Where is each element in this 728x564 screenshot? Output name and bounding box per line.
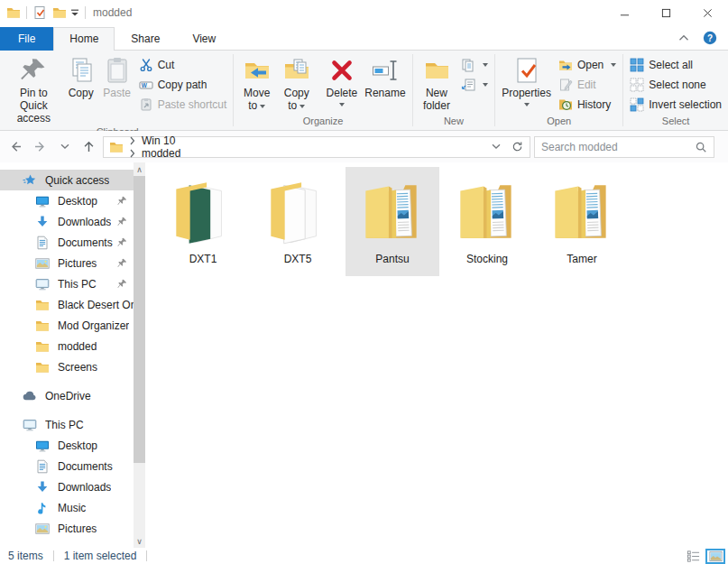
sidebar-items: Quick access Desktop Downloads Documents <box>0 162 134 548</box>
details-view-button[interactable] <box>683 549 703 564</box>
downloads-icon <box>35 480 50 495</box>
cut-button[interactable]: Cut <box>135 55 231 75</box>
new-folder-icon <box>422 56 451 85</box>
group-open: Properties Open Edit History <box>495 51 622 130</box>
easy-access-icon <box>461 78 475 92</box>
copy-icon <box>67 56 96 85</box>
group-label-organize: Organize <box>234 116 411 130</box>
folder-tile[interactable]: Pantsu <box>346 167 439 276</box>
sidebar-item[interactable]: modded <box>0 336 134 356</box>
file-list: DXT1 DXT5 Pantsu Stocking Tamer <box>145 162 728 548</box>
rename-icon <box>371 56 400 85</box>
paste-button[interactable]: Paste <box>99 54 135 102</box>
paste-shortcut-icon <box>139 97 153 112</box>
properties-icon[interactable] <box>32 5 47 20</box>
sidebar-item[interactable]: Quick access <box>0 170 134 190</box>
desktop-icon <box>35 194 50 208</box>
folder-docs-icon <box>543 170 621 251</box>
sidebar-item[interactable]: Black Desert Onl <box>0 294 134 315</box>
new-folder-icon[interactable] <box>52 5 67 20</box>
folder-tile[interactable]: Tamer <box>535 167 629 276</box>
customize-toolbar-icon[interactable] <box>70 9 79 17</box>
sidebar-item[interactable]: Documents <box>0 232 134 253</box>
sidebar-item[interactable]: Downloads <box>0 211 134 232</box>
sidebar-item[interactable]: Pictures <box>0 253 134 273</box>
refresh-button[interactable] <box>506 137 528 157</box>
address-bar[interactable]: Win 10 modded <box>103 136 530 158</box>
pin-icon <box>117 258 127 268</box>
maximize-button[interactable] <box>645 0 687 25</box>
sidebar-item[interactable]: Documents <box>0 456 134 476</box>
breadcrumb-item[interactable]: modded <box>124 147 180 160</box>
pin-to-quick-access-button[interactable]: Pin to Quick access <box>5 54 63 126</box>
folder-tile[interactable]: Stocking <box>440 167 534 276</box>
copy-path-button[interactable]: W... Copy path <box>135 75 231 95</box>
pictures-icon <box>35 522 50 536</box>
new-folder-button[interactable]: New folder <box>416 54 458 115</box>
select-all-button[interactable]: Select all <box>626 55 725 75</box>
select-none-button[interactable]: Select none <box>626 75 725 95</box>
open-button[interactable]: Open <box>555 55 620 75</box>
sidebar-scrollbar[interactable]: ∧ ∨ <box>134 162 145 548</box>
paste-shortcut-button[interactable]: Paste shortcut <box>135 95 231 115</box>
recent-locations-button[interactable] <box>52 136 77 158</box>
forward-button[interactable] <box>28 136 52 158</box>
sidebar-item[interactable]: Music <box>0 497 134 518</box>
edit-button[interactable]: Edit <box>555 75 620 95</box>
easy-access-button[interactable] <box>457 75 492 95</box>
tab-view[interactable]: View <box>176 27 232 51</box>
rename-button[interactable]: Rename <box>361 54 409 102</box>
back-button[interactable] <box>4 136 28 158</box>
search-input[interactable] <box>541 141 695 153</box>
folder-tile[interactable]: DXT5 <box>251 167 345 276</box>
folder-icon <box>35 319 50 333</box>
sidebar-item[interactable]: This PC <box>0 273 134 294</box>
up-button[interactable] <box>77 136 101 158</box>
scroll-up-icon[interactable]: ∧ <box>136 162 143 176</box>
ribbon: Pin to Quick access Copy Paste Cut <box>0 51 728 131</box>
sidebar-item[interactable]: Pictures <box>0 518 134 539</box>
copy-to-button[interactable]: Copy to <box>277 54 317 115</box>
thumbnails-view-button[interactable] <box>705 549 725 564</box>
new-item-button[interactable] <box>457 55 492 75</box>
copy-button[interactable]: Copy <box>63 54 99 102</box>
sidebar-item[interactable]: Mod Organizer <box>0 315 134 336</box>
minimize-button[interactable] <box>604 0 645 25</box>
breadcrumb-item[interactable]: Win 10 <box>124 134 180 147</box>
chevron-down-icon <box>60 143 69 150</box>
help-icon[interactable]: ? <box>703 31 717 45</box>
dropdown-caret-icon <box>611 63 616 67</box>
select-none-icon <box>630 78 644 92</box>
search-box[interactable] <box>534 136 714 158</box>
sidebar-item[interactable]: This PC <box>0 414 134 435</box>
collapse-ribbon-icon[interactable] <box>678 34 689 42</box>
maximize-icon <box>661 8 671 18</box>
breadcrumb: Win 10 modded <box>124 134 180 160</box>
scroll-down-icon[interactable]: ∨ <box>136 534 143 548</box>
delete-icon <box>327 56 356 85</box>
sidebar-item[interactable]: Desktop <box>0 190 134 211</box>
sidebar-item[interactable]: OneDrive <box>0 385 134 406</box>
close-button[interactable] <box>687 0 728 25</box>
folder-tile[interactable]: DXT1 <box>156 167 250 276</box>
sidebar-item[interactable]: Desktop <box>0 435 134 456</box>
sidebar-item[interactable]: Screens <box>0 356 134 377</box>
tab-share[interactable]: Share <box>115 27 176 51</box>
delete-button[interactable]: Delete <box>323 54 362 108</box>
scrollbar-thumb[interactable] <box>134 176 145 463</box>
address-dropdown-button[interactable] <box>486 137 506 157</box>
svg-text:...: ... <box>146 82 151 88</box>
titlebar: modded <box>0 0 728 25</box>
tab-home[interactable]: Home <box>53 27 115 51</box>
group-label-open: Open <box>495 116 622 130</box>
history-button[interactable]: History <box>555 95 620 115</box>
invert-selection-button[interactable]: Invert selection <box>626 95 725 115</box>
sidebar-item[interactable]: Downloads <box>0 476 134 497</box>
properties-button[interactable]: Properties <box>498 54 555 108</box>
star-icon <box>23 173 37 188</box>
search-icon[interactable] <box>695 141 707 153</box>
group-clipboard: Pin to Quick access Copy Paste Cut <box>2 51 233 130</box>
onedrive-icon <box>23 389 37 403</box>
tab-file[interactable]: File <box>0 27 53 51</box>
move-to-button[interactable]: Move to <box>236 54 277 115</box>
